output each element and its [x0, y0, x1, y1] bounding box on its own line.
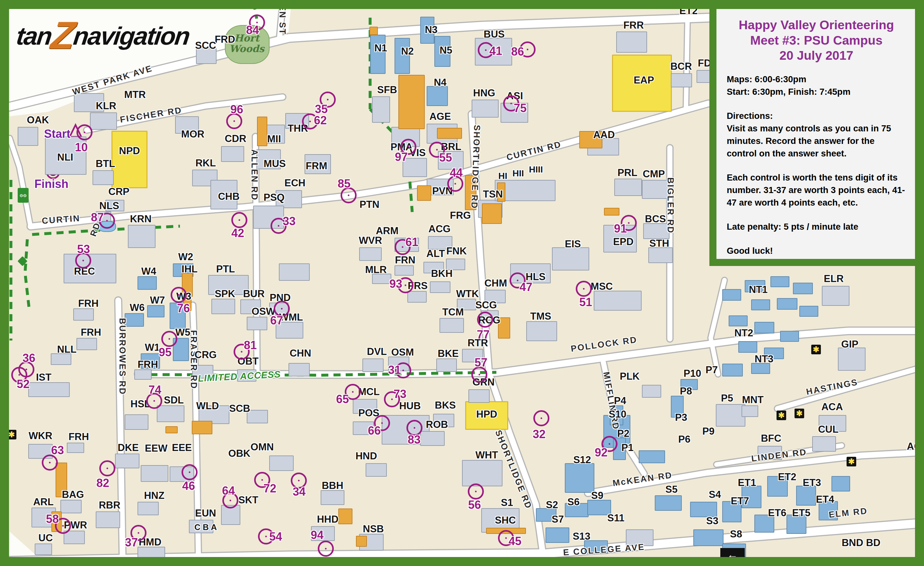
building-block	[754, 322, 774, 334]
building-block	[93, 170, 114, 185]
building-block	[288, 363, 310, 376]
building-label: FRH	[138, 359, 158, 370]
building-label: NT1	[749, 284, 768, 295]
control-circle	[76, 124, 93, 141]
building-block	[751, 299, 770, 310]
building-label: N5	[440, 45, 452, 56]
control-center-dot	[609, 443, 610, 445]
building-label: EUN	[195, 508, 216, 519]
control-number: 95	[159, 346, 172, 359]
building-label: FRM	[306, 160, 327, 172]
building-label: W5	[176, 327, 190, 338]
control-number: 82	[96, 476, 109, 490]
building-block	[359, 247, 382, 261]
building-block	[192, 421, 212, 434]
building-block	[427, 86, 448, 106]
building-block	[614, 178, 642, 196]
control-circle	[318, 541, 334, 557]
control-number: 66	[368, 424, 381, 437]
building-label: MSC	[591, 281, 613, 292]
building-block	[115, 454, 140, 468]
building-label: N4	[434, 77, 447, 88]
building-label: IST	[36, 372, 51, 383]
control-number: 72	[264, 482, 276, 495]
control-center-dot	[278, 225, 279, 227]
building-block	[822, 286, 849, 306]
building-label: P4	[614, 395, 626, 407]
control-center-dot	[154, 400, 155, 402]
control-center-dot	[484, 319, 486, 320]
control-number: 35	[315, 102, 328, 116]
start-label: Start	[44, 127, 70, 141]
building-block	[147, 305, 165, 317]
building-label: HIII	[529, 165, 543, 175]
building-label: S10	[609, 409, 626, 420]
control-center-dot	[527, 49, 528, 51]
control-number: 37	[125, 536, 138, 549]
building-block	[362, 358, 384, 372]
building-label: BCS	[645, 213, 666, 225]
building-label: ELR	[824, 273, 844, 284]
building-label: S3	[706, 515, 718, 527]
building-block	[138, 547, 165, 560]
building-label: MOR	[181, 129, 204, 140]
building-label: BFC	[761, 433, 782, 444]
building-label: SCG	[475, 299, 497, 311]
building-block	[639, 450, 665, 463]
control-center-dot	[628, 222, 630, 224]
building-label: CHN	[290, 347, 311, 359]
control-number: 42	[231, 226, 244, 240]
building-label: BUS	[483, 28, 504, 40]
control-center-dot	[106, 220, 108, 222]
control-center-dot	[84, 132, 86, 133]
building-label: P6	[678, 434, 690, 445]
building-block	[398, 75, 425, 129]
building-label: HND	[356, 450, 377, 462]
building-block	[338, 509, 352, 524]
control-number: 57	[474, 356, 488, 370]
building-label: BAG	[62, 489, 84, 500]
control-number: 77	[477, 328, 490, 341]
building-block	[417, 185, 431, 201]
building-label: HPD	[476, 409, 497, 420]
star-landmark-icon: ✱	[811, 345, 821, 354]
building-label: AC	[907, 441, 921, 452]
building-label: PLK	[620, 371, 640, 382]
building-label: S5	[665, 484, 678, 495]
building-block	[370, 35, 386, 74]
bike-route-icon: ⊙⊙	[18, 188, 28, 203]
building-block	[321, 490, 344, 505]
building-block	[157, 406, 184, 422]
control-center-dot	[325, 548, 327, 550]
building-label: SCC	[195, 40, 216, 51]
building-label: BKE	[438, 348, 459, 359]
building-block	[128, 225, 156, 248]
control-number: 76	[177, 302, 190, 315]
building-label: ET5	[792, 507, 811, 519]
building-label: FNK	[446, 246, 467, 257]
building-label: S6	[567, 496, 580, 508]
building-label: W1	[145, 342, 160, 353]
building-label: TMS	[530, 311, 551, 322]
star-landmark-icon: ✱	[847, 457, 856, 466]
building-label: RBR	[99, 500, 120, 511]
building-block	[366, 463, 387, 477]
control-center-dot	[230, 500, 231, 502]
building-label: FRN	[395, 255, 416, 266]
control-number: 83	[408, 433, 420, 446]
building-label: MCL	[358, 386, 380, 398]
building-label: EEW	[145, 443, 168, 454]
control-number: 97	[395, 150, 408, 164]
building-block	[279, 264, 310, 281]
building-block	[257, 117, 267, 146]
control-number: 44	[450, 166, 463, 180]
control-number: 41	[489, 44, 502, 58]
building-label: HNZ	[144, 490, 165, 502]
building-block	[722, 364, 743, 376]
building-label: S2	[546, 499, 558, 511]
control-center-dot	[506, 538, 507, 539]
building-label: ET4	[816, 494, 834, 505]
map-edge-sign	[13, 558, 32, 565]
control-number: 67	[270, 314, 283, 327]
control-center-dot	[381, 422, 383, 424]
